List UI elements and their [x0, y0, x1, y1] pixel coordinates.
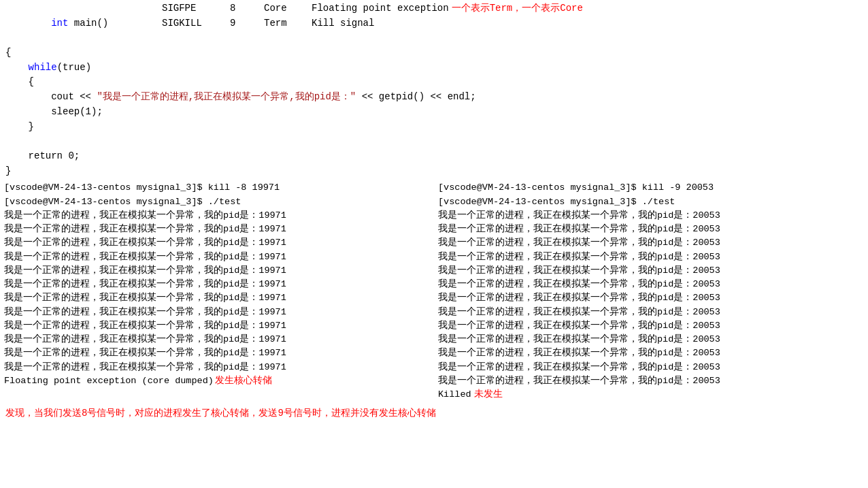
right-output: 我是一个正常的进程，我正在模拟某一个异常，我的pid是：20053我是一个正常的… — [438, 209, 864, 388]
list-item: 我是一个正常的进程，我正在模拟某一个异常，我的pid是：20053 — [438, 346, 864, 360]
list-item: 我是一个正常的进程，我正在模拟某一个异常，我的pid是：20053 — [438, 319, 864, 333]
list-item: 我是一个正常的进程，我正在模拟某一个异常，我的pid是：19971 — [4, 319, 430, 333]
right-kill-cmd: [vscode@VM-24-13-centos mysignal_3]$ kil… — [438, 181, 864, 195]
kw-while: while — [29, 62, 57, 73]
list-item: 我是一个正常的进程，我正在模拟某一个异常，我的pid是：19971 — [4, 250, 430, 264]
sigkill-desc: Kill signal — [312, 16, 374, 31]
terminal-right: [vscode@VM-24-13-centos mysignal_3]$ kil… — [434, 181, 868, 402]
right-killed-line: Killed未发生 — [438, 388, 864, 402]
main-container: int main() SIGFPE 8 Core Floating point … — [0, 0, 868, 488]
code-cout-prefix: cout << — [5, 90, 97, 105]
list-item: 我是一个正常的进程，我正在模拟某一个异常，我的pid是：20053 — [438, 333, 864, 346]
list-item: 我是一个正常的进程，我正在模拟某一个异常，我的pid是：20053 — [438, 236, 864, 250]
signal-table: SIGFPE 8 Core Floating point exception 一… — [162, 1, 583, 31]
list-item: 我是一个正常的进程，我正在模拟某一个异常，我的pid是：19971 — [4, 346, 430, 360]
code-blank — [5, 134, 863, 149]
sigfpe-desc: Floating point exception — [312, 1, 449, 16]
code-section: int main() SIGFPE 8 Core Floating point … — [0, 0, 868, 178]
list-item: 我是一个正常的进程，我正在模拟某一个异常，我的pid是：20053 — [438, 264, 864, 278]
terminal-left: [vscode@VM-24-13-centos mysignal_3]$ kil… — [0, 181, 434, 402]
right-killed-prefix: Killed — [438, 388, 471, 402]
right-killed-suffix: 未发生 — [474, 388, 503, 402]
code-sleep: sleep(1); — [5, 105, 863, 120]
sigkill-num: 9 — [230, 16, 264, 31]
list-item: 我是一个正常的进程，我正在模拟某一个异常，我的pid是：20053 — [438, 250, 864, 264]
sigfpe-name: SIGFPE — [162, 1, 230, 16]
code-close1: } — [5, 164, 863, 179]
list-item: 我是一个正常的进程，我正在模拟某一个异常，我的pid是：19971 — [4, 291, 430, 305]
list-item: 我是一个正常的进程，我正在模拟某一个异常，我的pid是：19971 — [4, 236, 430, 250]
code-cout-str: "我是一个正常的进程,我正在模拟某一个异常,我的pid是：" — [97, 90, 356, 105]
list-item: 我是一个正常的进程，我正在模拟某一个异常，我的pid是：20053 — [438, 361, 864, 374]
code-open-brace: { — [5, 46, 863, 61]
list-item: 我是一个正常的进程，我正在模拟某一个异常，我的pid是：19971 — [4, 306, 430, 319]
list-item: 我是一个正常的进程，我正在模拟某一个异常，我的pid是：19971 — [4, 264, 430, 278]
list-item: 我是一个正常的进程，我正在模拟某一个异常，我的pid是：19971 — [4, 361, 430, 374]
kw-int: int — [51, 18, 68, 29]
code-cout: cout << "我是一个正常的进程,我正在模拟某一个异常,我的pid是：" <… — [5, 90, 863, 105]
list-item: 我是一个正常的进程，我正在模拟某一个异常，我的pid是：20053 — [438, 374, 864, 388]
code-open-brace2: { — [5, 75, 863, 90]
left-error-prefix: Floating point exception (core dumped) — [4, 374, 214, 388]
sigfpe-num: 8 — [230, 1, 264, 16]
sigkill-action: Term — [264, 16, 312, 31]
list-item: 我是一个正常的进程，我正在模拟某一个异常，我的pid是：19971 — [4, 333, 430, 346]
left-error-line: Floating point exception (core dumped)发生… — [4, 374, 430, 388]
fn-main: main() — [68, 18, 108, 29]
sigfpe-action: Core — [264, 1, 312, 16]
code-main-fn: int main() — [5, 1, 162, 46]
right-run-cmd: [vscode@VM-24-13-centos mysignal_3]$ ./t… — [438, 195, 864, 209]
left-run-cmd: [vscode@VM-24-13-centos mysignal_3]$ ./t… — [4, 195, 430, 209]
code-close2: } — [5, 120, 863, 135]
sigkill-name: SIGKILL — [162, 16, 230, 31]
code-cout-suffix: << getpid() << endl; — [356, 90, 475, 105]
bottom-note: 发现，当我们发送8号信号时，对应的进程发生了核心转储，发送9号信号时，进程并没有… — [0, 402, 868, 423]
list-item: 我是一个正常的进程，我正在模拟某一个异常，我的pid是：20053 — [438, 278, 864, 291]
code-while: while(true) — [5, 61, 863, 76]
list-item: 我是一个正常的进程，我正在模拟某一个异常，我的pid是：20053 — [438, 291, 864, 305]
list-item: 我是一个正常的进程，我正在模拟某一个异常，我的pid是：19971 — [4, 209, 430, 223]
list-item: 我是一个正常的进程，我正在模拟某一个异常，我的pid是：19971 — [4, 223, 430, 236]
list-item: 我是一个正常的进程，我正在模拟某一个异常，我的pid是：20053 — [438, 306, 864, 319]
code-return: return 0; — [5, 149, 863, 164]
left-error-suffix: 发生核心转储 — [215, 374, 272, 388]
list-item: 我是一个正常的进程，我正在模拟某一个异常，我的pid是：20053 — [438, 209, 864, 223]
left-kill-cmd: [vscode@VM-24-13-centos mysignal_3]$ kil… — [4, 181, 430, 195]
list-item: 我是一个正常的进程，我正在模拟某一个异常，我的pid是：19971 — [4, 278, 430, 291]
left-output: 我是一个正常的进程，我正在模拟某一个异常，我的pid是：19971我是一个正常的… — [4, 209, 430, 374]
sigfpe-note: 一个表示Term，一个表示Core — [452, 1, 583, 16]
terminals-container: [vscode@VM-24-13-centos mysignal_3]$ kil… — [0, 181, 868, 402]
list-item: 我是一个正常的进程，我正在模拟某一个异常，我的pid是：20053 — [438, 223, 864, 236]
